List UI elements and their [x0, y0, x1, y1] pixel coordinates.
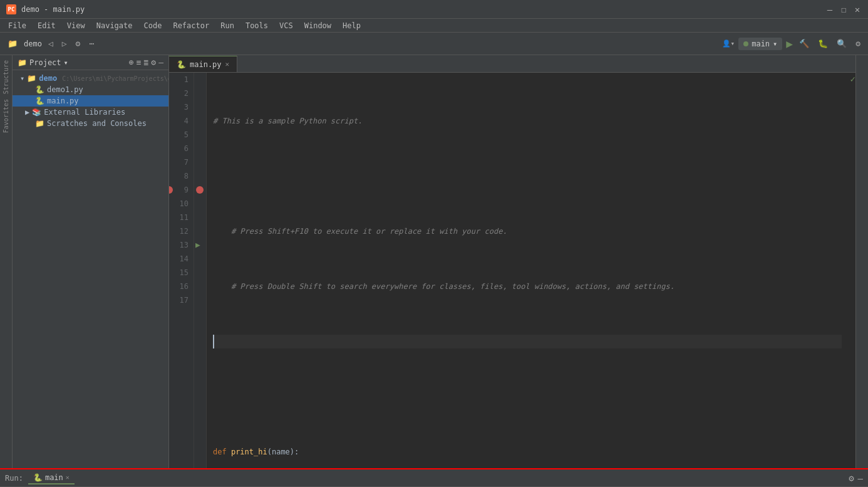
editor-gutter: ▶ — [194, 73, 207, 468]
line-num-17: 17 — [174, 293, 189, 307]
tree-item-scratches[interactable]: 📁 Scratches and Consoles — [13, 118, 168, 129]
right-gutter: ✓ — [848, 73, 855, 468]
line-num-3: 3 — [174, 100, 189, 114]
right-panel-strip — [855, 55, 868, 468]
code-line-5 — [213, 335, 842, 348]
file-valid-icon: ✓ — [850, 74, 855, 84]
line-num-12: 12 — [174, 224, 189, 238]
toolbar-nav-back[interactable]: ◁ — [46, 38, 56, 50]
menu-run[interactable]: Run — [215, 20, 239, 31]
run-config-arrow: ▾ — [773, 39, 777, 48]
demo-path: C:\Users\mi\PycharmProjects\demo — [62, 75, 168, 82]
minimize-button[interactable]: — — [825, 5, 834, 14]
run-arrow-indicator: ▶ — [195, 240, 200, 249]
menu-refactor[interactable]: Refactor — [168, 20, 214, 31]
sidebar-title-label: Project — [29, 58, 61, 67]
line-num-9: 9 — [174, 183, 189, 197]
tree-item-demo1py[interactable]: 🐍 demo1.py — [13, 84, 168, 95]
left-panel-strip: Structure Favorites — [0, 55, 13, 468]
run-close-icon[interactable]: — — [858, 473, 863, 483]
profile-icon[interactable]: 👤▾ — [722, 39, 735, 48]
run-tab-label: main — [45, 473, 63, 482]
editor-tab-bar: 🐍 main.py ✕ — [169, 55, 855, 73]
line-num-10: 10 — [174, 197, 189, 211]
tree-item-demo[interactable]: ▾ 📁 demo C:\Users\mi\PycharmProjects\dem… — [13, 73, 168, 84]
favorites-tab[interactable]: Favorites — [1, 97, 11, 135]
sidebar-icons: ⊕ ≡ ≣ ⚙ — — [129, 58, 163, 67]
toolbar-right: 👤▾ main ▾ ▶ 🔨 🐛 🔍 ⚙ — [722, 37, 863, 50]
menu-help[interactable]: Help — [338, 20, 366, 31]
code-content[interactable]: # This is a sample Python script. # Pres… — [207, 73, 848, 468]
toolbar-folder-icon[interactable]: 📁 — [5, 38, 20, 50]
menu-edit[interactable]: Edit — [33, 20, 61, 31]
scratches-label: Scratches and Consoles — [47, 119, 147, 128]
ext-lib-label: External Libraries — [44, 108, 125, 117]
mainpy-label: main.py — [47, 97, 79, 105]
settings-button[interactable]: ⚙ — [853, 38, 863, 50]
scratches-icon: 📁 — [35, 119, 44, 128]
menu-navigate[interactable]: Navigate — [91, 20, 138, 31]
tab-mainpy-label: main.py — [190, 60, 222, 69]
menu-file[interactable]: File — [3, 20, 31, 31]
line-num-14: 14 — [174, 252, 189, 266]
menu-tools[interactable]: Tools — [240, 20, 273, 31]
run-config-dot — [743, 41, 748, 46]
tab-mainpy[interactable]: 🐍 main.py ✕ — [169, 56, 237, 72]
project-tree: ▾ 📁 demo C:\Users\mi\PycharmProjects\dem… — [13, 70, 168, 468]
demo-folder-label: demo — [39, 74, 57, 83]
build-button[interactable]: 🔨 — [797, 38, 812, 50]
toolbar-settings[interactable]: ⚙ — [73, 38, 83, 50]
ext-lib-icon: 📚 — [32, 108, 41, 117]
line-num-16: 16 — [174, 280, 189, 293]
code-text-5 — [213, 335, 219, 348]
run-label: Run: — [5, 474, 23, 483]
locate-file-icon[interactable]: ⊕ — [129, 58, 134, 67]
line-num-5: 5 — [174, 128, 189, 142]
toolbar-left: 📁 demo ◁ ▷ ⚙ ⋯ — [5, 38, 96, 50]
tree-item-external-libraries[interactable]: ▶ 📚 External Libraries — [13, 107, 168, 118]
code-line-4: # Press Double Shift to search everywher… — [213, 280, 842, 293]
code-line-3: # Press Shift+F10 to execute it or repla… — [213, 224, 842, 238]
maximize-button[interactable]: ☐ — [839, 5, 848, 14]
code-editor[interactable]: 1 2 3 4 5 6 7 8 9 10 11 12 13 14 15 16 1… — [169, 73, 855, 468]
menu-view[interactable]: View — [62, 20, 90, 31]
expand-all-icon[interactable]: ≡ — [137, 58, 142, 67]
run-button[interactable]: ▶ — [786, 37, 793, 50]
breakpoint-indicator[interactable] — [196, 186, 204, 194]
title-bar: PC demo - main.py — ☐ ✕ — [0, 0, 868, 19]
code-line-2 — [213, 169, 842, 183]
sidebar-settings-icon[interactable]: ⚙ — [151, 58, 156, 67]
project-label: demo — [24, 39, 42, 48]
close-sidebar-icon[interactable]: — — [158, 58, 163, 67]
tab-close-icon[interactable]: ✕ — [225, 60, 230, 68]
structure-tab[interactable]: Structure — [1, 58, 11, 97]
editor-area: 🐍 main.py ✕ 1 2 3 4 5 6 7 8 9 10 1 — [169, 55, 855, 468]
code-text-3: # Press Shift+F10 to execute it or repla… — [213, 224, 507, 238]
menu-code[interactable]: Code — [139, 20, 167, 31]
run-settings-icon[interactable]: ⚙ — [849, 473, 854, 483]
right-strip-label — [861, 55, 864, 65]
sidebar-dropdown-arrow: ▾ — [64, 58, 68, 67]
run-tab-close-icon[interactable]: ✕ — [66, 474, 70, 481]
tree-item-mainpy[interactable]: 🐍 main.py — [13, 95, 168, 107]
menu-window[interactable]: Window — [299, 20, 336, 31]
run-config-selector[interactable]: main ▾ — [738, 38, 782, 50]
line-num-11: 11 — [174, 211, 189, 224]
run-tab-main[interactable]: 🐍 main ✕ — [28, 472, 75, 484]
run-tab-right: ⚙ — — [849, 473, 863, 483]
param-name: name — [272, 445, 290, 459]
search-everywhere-button[interactable]: 🔍 — [834, 38, 849, 50]
toolbar-more[interactable]: ⋯ — [86, 38, 96, 50]
menu-vcs[interactable]: VCS — [274, 20, 298, 31]
tab-mainpy-icon: 🐍 — [177, 60, 186, 69]
run-tab-icon: 🐍 — [33, 473, 43, 482]
window-title: demo - main.py — [21, 5, 85, 14]
code-line-6 — [213, 390, 842, 404]
close-button[interactable]: ✕ — [853, 5, 862, 14]
code-paren: ( — [267, 445, 272, 459]
code-paren-close: ): — [290, 445, 299, 459]
collapse-all-icon[interactable]: ≣ — [144, 58, 149, 67]
line-num-15: 15 — [174, 266, 189, 280]
toolbar-nav-forward[interactable]: ▷ — [59, 38, 70, 50]
debug-button[interactable]: 🐛 — [815, 38, 830, 50]
